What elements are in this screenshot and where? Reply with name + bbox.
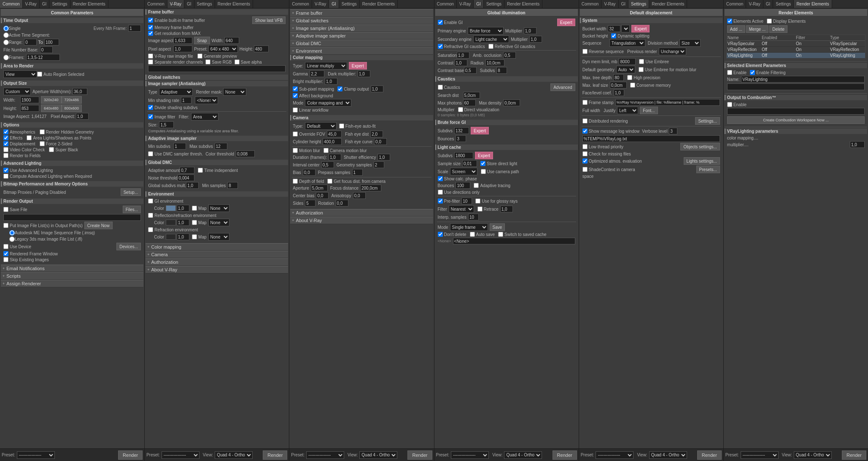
gamma-input[interactable] bbox=[310, 70, 324, 77]
adaptive-amount-input[interactable] bbox=[180, 167, 194, 174]
linear-workflow-checkbox[interactable] bbox=[293, 107, 298, 113]
size-720x486-btn[interactable]: 720x486 bbox=[62, 96, 82, 104]
shutter-eff-input[interactable] bbox=[377, 154, 390, 161]
atmospherics-checkbox[interactable] bbox=[3, 129, 8, 134]
view-select-3[interactable]: Quad 4 - Ortho bbox=[359, 451, 397, 459]
default-geometry-select[interactable]: Auto bbox=[616, 66, 635, 73]
image-filter-checkbox[interactable] bbox=[148, 114, 153, 119]
width-input[interactable] bbox=[20, 96, 39, 103]
retrace-checkbox[interactable] bbox=[477, 206, 483, 212]
refl-refr-env-checkbox[interactable] bbox=[148, 213, 153, 218]
frame-stamp-input[interactable] bbox=[615, 99, 720, 106]
tab-vray-5[interactable]: V-Ray bbox=[601, 0, 618, 8]
time-single-radio[interactable] bbox=[3, 26, 9, 31]
table-row[interactable]: VRayLighting Off On VRayLighting bbox=[727, 53, 865, 59]
tab-gi-5[interactable]: GI bbox=[619, 0, 629, 8]
filter-select[interactable]: Area bbox=[191, 113, 218, 121]
min-samples-input[interactable] bbox=[227, 182, 238, 189]
gi-color-val[interactable] bbox=[177, 205, 189, 212]
noise-threshold-input[interactable] bbox=[178, 174, 194, 181]
pixel-aspect-input-2[interactable] bbox=[173, 46, 192, 52]
render-mask-select[interactable]: None bbox=[223, 88, 246, 96]
create-now-btn[interactable]: Create Now bbox=[84, 222, 113, 229]
duration-input[interactable] bbox=[329, 154, 341, 161]
rr-color-swatch[interactable] bbox=[166, 220, 176, 225]
subdivs-input-gi[interactable] bbox=[496, 67, 507, 74]
view-select-2[interactable]: Quad 4 - Ortho bbox=[215, 451, 253, 459]
lc-scale-select[interactable]: Screen bbox=[450, 168, 477, 175]
every-nth-input[interactable] bbox=[128, 25, 141, 32]
font-btn[interactable]: Font... bbox=[640, 107, 658, 114]
setup-btn[interactable]: Setup... bbox=[121, 188, 141, 196]
frames-input[interactable] bbox=[26, 54, 60, 61]
gi-color-swatch[interactable] bbox=[166, 205, 176, 211]
tab-render-elements-1[interactable]: Render Elements bbox=[70, 0, 108, 8]
skip-existing-checkbox[interactable] bbox=[3, 257, 8, 262]
conserve-memory-checkbox[interactable] bbox=[630, 83, 635, 88]
table-row[interactable]: VRayReflection Off On VRayReflection bbox=[727, 47, 865, 53]
presets-btn[interactable]: Presets... bbox=[696, 166, 720, 173]
assign-renderer-header[interactable]: + Assign Renderer bbox=[1, 280, 143, 287]
log-file-input[interactable] bbox=[582, 135, 720, 142]
tab-vray-2[interactable]: V-Ray bbox=[167, 0, 184, 8]
adaptive-sampler-header-3[interactable]: + Adaptive image sampler bbox=[290, 32, 433, 40]
video-color-checkbox[interactable] bbox=[3, 147, 8, 152]
prepass-samples-input[interactable] bbox=[352, 169, 363, 176]
gi-map-select[interactable]: None bbox=[208, 204, 229, 212]
clamp-val-input[interactable] bbox=[371, 86, 383, 92]
email-notifications-header[interactable]: + Email Notifications bbox=[1, 265, 143, 272]
low-thread-priority-checkbox[interactable] bbox=[582, 144, 588, 149]
objects-settings-btn[interactable]: Objects settings... bbox=[680, 143, 720, 150]
use-device-checkbox[interactable] bbox=[3, 244, 8, 249]
element-path-input[interactable] bbox=[727, 83, 865, 90]
use-embree-checkbox[interactable] bbox=[639, 59, 644, 64]
authorization-header[interactable]: + Authorization bbox=[146, 258, 288, 266]
preset-select-4[interactable]: ---------------- bbox=[451, 451, 489, 459]
file-number-base-input[interactable] bbox=[40, 46, 53, 53]
min-shading-input[interactable] bbox=[181, 97, 191, 104]
bucket-width-input[interactable] bbox=[608, 25, 620, 32]
tab-render-elements-5[interactable]: Render Elements bbox=[649, 0, 687, 8]
vray-raw-checkbox[interactable] bbox=[148, 54, 153, 59]
primary-engine-select[interactable]: Brute force bbox=[468, 27, 504, 35]
separate-channels-checkbox[interactable] bbox=[148, 59, 153, 64]
render-btn-3[interactable]: Render bbox=[407, 450, 432, 460]
save-alpha-checkbox[interactable] bbox=[235, 59, 240, 64]
gi-expert-btn[interactable]: Expert bbox=[557, 19, 575, 26]
combustion-enable-checkbox[interactable] bbox=[727, 102, 732, 107]
interp-samples-input[interactable] bbox=[468, 214, 479, 220]
cm-type-select[interactable]: Linear multiply bbox=[305, 62, 347, 70]
preset-select-5[interactable]: ---------------- bbox=[596, 451, 633, 459]
lights-settings-btn[interactable]: Lights settings... bbox=[684, 157, 720, 165]
dark-mult-input[interactable] bbox=[358, 70, 370, 77]
auto-save-checkbox[interactable] bbox=[470, 232, 475, 237]
force-2sided-checkbox[interactable] bbox=[40, 141, 45, 146]
get-resolution-checkbox[interactable] bbox=[148, 31, 153, 36]
environment-header-3[interactable]: + Environment bbox=[290, 47, 433, 55]
size-800x600-btn[interactable]: 800x600 bbox=[62, 105, 82, 112]
time-active-radio[interactable] bbox=[3, 32, 9, 38]
pre-filter-input[interactable] bbox=[461, 198, 472, 204]
focus-dist-input[interactable] bbox=[360, 185, 381, 191]
memory-frame-buffer-checkbox[interactable] bbox=[148, 25, 153, 30]
fish-eye-dist-input[interactable] bbox=[370, 131, 383, 137]
direct-viz-checkbox[interactable] bbox=[458, 107, 463, 112]
display-elements-checkbox[interactable] bbox=[767, 19, 772, 24]
search-dist-input[interactable] bbox=[463, 92, 480, 99]
tab-common-5[interactable]: Common bbox=[579, 0, 602, 8]
put-image-list-checkbox[interactable] bbox=[3, 223, 8, 228]
division-method-select[interactable]: Size bbox=[679, 39, 701, 47]
clamp-output-checkbox[interactable] bbox=[337, 86, 342, 91]
pixel-aspect-input[interactable] bbox=[76, 113, 89, 120]
lc-subdivs-input[interactable] bbox=[454, 152, 473, 159]
tab-common-1[interactable]: Common bbox=[0, 0, 23, 8]
frame-buffer-header-3[interactable]: + Frame buffer bbox=[290, 9, 433, 17]
max-density-input[interactable] bbox=[503, 99, 520, 106]
tab-gi-2[interactable]: GI bbox=[184, 0, 194, 8]
bias-input[interactable] bbox=[303, 169, 315, 176]
tab-common-3[interactable]: Common bbox=[289, 0, 312, 8]
show-message-log-checkbox[interactable] bbox=[582, 129, 588, 134]
render-btn-6[interactable]: Render bbox=[842, 450, 866, 460]
element-name-input[interactable] bbox=[741, 76, 865, 83]
height-input-2[interactable] bbox=[254, 46, 269, 52]
